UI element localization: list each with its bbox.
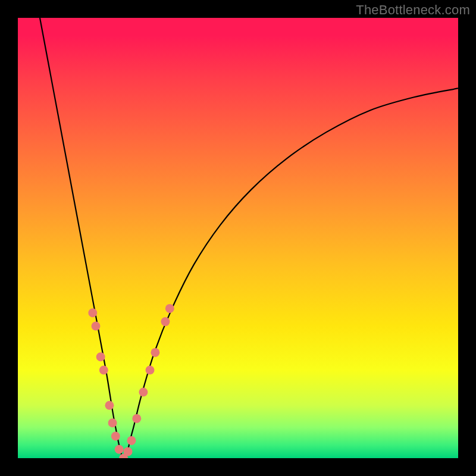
marker-dot xyxy=(127,436,136,445)
marker-dot xyxy=(99,366,108,375)
marker-dot xyxy=(105,401,114,410)
marker-dot xyxy=(132,414,141,423)
marker-dot xyxy=(139,388,148,397)
marker-dot xyxy=(88,308,97,317)
watermark-text: TheBottleneck.com xyxy=(356,2,470,18)
marker-dot xyxy=(124,447,133,456)
chart-frame: TheBottleneck.com xyxy=(0,0,476,476)
marker-dot xyxy=(96,352,105,361)
marker-dot xyxy=(165,304,174,313)
marker-dot xyxy=(161,317,170,326)
marker-dot xyxy=(151,348,159,357)
plot-area xyxy=(18,18,458,458)
bottleneck-curve xyxy=(40,18,458,458)
marker-dot xyxy=(115,445,124,454)
bottleneck-curve-path xyxy=(40,18,458,458)
curve-svg xyxy=(18,18,458,458)
marker-dot xyxy=(111,432,120,441)
marker-dot xyxy=(108,418,117,427)
marker-dot xyxy=(91,322,100,331)
marker-dot xyxy=(146,366,155,375)
